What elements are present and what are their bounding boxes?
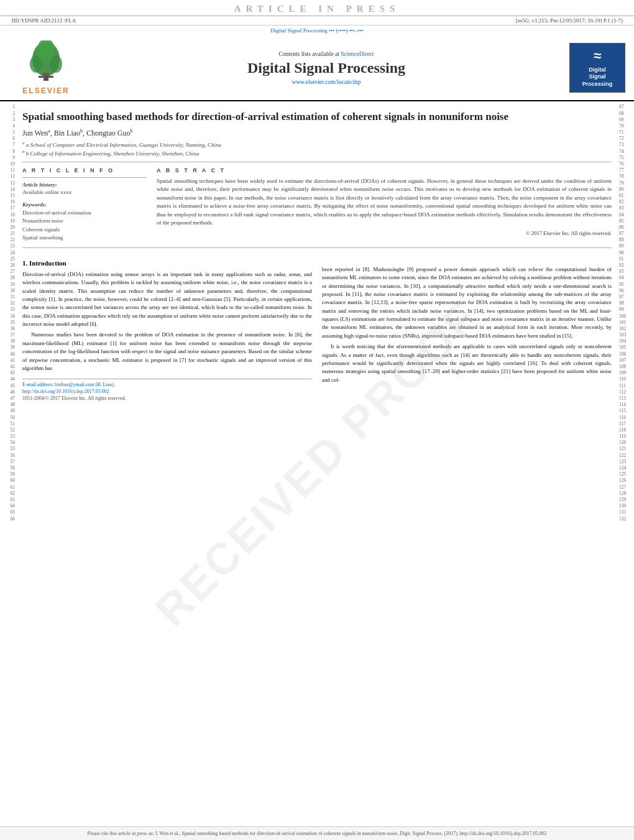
line-num-left-6: 6: [12, 136, 15, 142]
jid-line: JID:YDSPR AID:2112 /FLA [m5G; v1.215; Pm…: [0, 16, 634, 25]
line-num-right-75: 75: [619, 155, 624, 161]
line-num-left-37: 37: [11, 332, 16, 338]
line-num-left-21: 21: [11, 231, 16, 237]
line-num-left-49: 49: [11, 408, 16, 414]
line-num-left-27: 27: [11, 269, 16, 275]
line-num-left-31: 31: [11, 294, 16, 300]
abstract-heading: A B S T R A C T: [157, 167, 612, 173]
sciencedirect-link[interactable]: ScienceDirect: [341, 51, 374, 57]
line-num-right-126: 126: [619, 478, 626, 484]
author-sup-a: a: [48, 128, 50, 134]
header-content: ELSEVIER Contents lists available at Sci…: [0, 35, 634, 100]
line-num-left-15: 15: [11, 193, 16, 199]
line-num-right-132: 132: [619, 515, 626, 522]
intro-para-3: been reported in [8]. Madurasinghe [9] p…: [322, 265, 612, 340]
line-num-left-51: 51: [11, 420, 16, 427]
line-num-left-59: 59: [11, 471, 16, 478]
line-num-left-43: 43: [11, 370, 16, 376]
line-num-right-104: 104: [619, 338, 626, 344]
line-num-right-114: 114: [619, 402, 626, 408]
line-num-right-101: 101: [619, 319, 626, 325]
line-num-right-113: 113: [619, 395, 626, 402]
divider-1: [22, 162, 612, 162]
intro-title: 1. Introduction: [22, 259, 312, 267]
line-num-left-58: 58: [11, 465, 16, 471]
line-num-left-48: 48: [11, 402, 16, 408]
line-num-right-88: 88: [619, 237, 624, 243]
line-num-right-89: 89: [619, 243, 624, 249]
journal-link-bar: Digital Signal Processing ••• (••••) •••…: [0, 25, 634, 35]
line-num-right-77: 77: [619, 167, 624, 173]
line-num-right-91: 91: [619, 256, 624, 262]
line-num-left-63: 63: [11, 497, 16, 503]
dsp-logo-icon: ≈: [594, 47, 601, 65]
author-sup-b2: b: [130, 128, 132, 134]
article-in-press-banner: ARTICLE IN PRESS: [0, 0, 634, 16]
line-num-left-47: 47: [11, 395, 16, 402]
line-num-right-81: 81: [619, 193, 624, 199]
line-num-right-97: 97: [619, 294, 624, 300]
line-num-right-108: 108: [619, 364, 626, 370]
line-num-right-73: 73: [619, 142, 624, 148]
line-num-right-79: 79: [619, 180, 624, 186]
article-history-value: Available online xxxx: [22, 189, 147, 195]
body-col-right: been reported in [8]. Madurasinghe [9] p…: [322, 253, 612, 401]
line-num-right-92: 92: [619, 262, 624, 269]
line-num-right-111: 111: [619, 382, 626, 389]
intro-para-2: Numerous studies have been devoted to th…: [22, 331, 312, 372]
copyright-line: © 2017 Elsevier Inc. All rights reserved…: [157, 230, 612, 236]
abstract-text: Spatial smoothing techniques have been w…: [157, 177, 612, 228]
line-numbers-left: 1234567891011121314151617181920212223242…: [0, 101, 17, 826]
divider-2: [22, 247, 612, 248]
line-num-right-103: 103: [619, 332, 626, 338]
dsp-logo-line2: Signal: [589, 73, 605, 81]
line-num-right-131: 131: [619, 509, 626, 515]
body-section: 1. Introduction Direction-of-arrival (DO…: [22, 253, 612, 401]
line-num-right-127: 127: [619, 484, 626, 490]
line-num-right-67: 67: [619, 104, 624, 110]
keyword-2: Nonuniform noise: [22, 217, 147, 226]
line-num-right-84: 84: [619, 211, 624, 218]
line-num-right-90: 90: [619, 249, 624, 256]
line-num-left-53: 53: [11, 433, 16, 440]
line-num-right-85: 85: [619, 218, 624, 224]
abstract-col: A B S T R A C T Spatial smoothing techni…: [157, 167, 612, 242]
header-section: Digital Signal Processing ••• (••••) •••…: [0, 25, 634, 101]
article-info-heading: A R T I C L E I N F O: [22, 167, 147, 173]
line-num-right-124: 124: [619, 465, 626, 471]
main-content-wrapper: 1234567891011121314151617181920212223242…: [0, 101, 634, 826]
line-num-right-72: 72: [619, 136, 624, 142]
keyword-3: Coherent signals: [22, 226, 147, 234]
line-num-left-38: 38: [11, 338, 16, 344]
line-num-left-14: 14: [11, 186, 16, 192]
journal-title: Digital Signal Processing: [247, 60, 405, 76]
line-num-left-65: 65: [11, 509, 16, 515]
line-num-left-17: 17: [11, 205, 16, 211]
journal-link-text[interactable]: Digital Signal Processing ••• (••••) •••…: [270, 27, 364, 34]
article-info-abstract-section: A R T I C L E I N F O Article history: A…: [22, 167, 612, 242]
line-num-left-64: 64: [11, 503, 16, 509]
keywords-label: Keywords:: [22, 201, 147, 208]
line-num-right-71: 71: [619, 129, 624, 136]
line-num-right-83: 83: [619, 205, 624, 211]
line-num-right-116: 116: [619, 414, 626, 420]
footnote-doi[interactable]: http://dx.doi.org/10.1016/j.dsp.2017.05.…: [22, 389, 312, 394]
footer-text: Please cite this article in press as: J.…: [88, 831, 547, 836]
line-num-left-50: 50: [11, 414, 16, 420]
journal-url[interactable]: www.elsevier.com/locate/dsp: [292, 79, 361, 85]
elsevier-logo: ELSEVIER: [9, 40, 83, 95]
line-num-left-35: 35: [11, 319, 16, 325]
line-num-left-23: 23: [11, 243, 16, 249]
line-num-left-9: 9: [12, 155, 15, 161]
line-num-right-128: 128: [619, 490, 626, 496]
article-title: Spatial smoothing based methods for dire…: [22, 110, 612, 124]
line-num-right-82: 82: [619, 199, 624, 205]
line-num-left-10: 10: [11, 161, 16, 167]
footer-bar: Please cite this article in press as: J.…: [0, 826, 634, 840]
line-num-left-33: 33: [11, 307, 16, 313]
authors-line: Jun Wena, Bin Liaob, Chongtao Guob: [22, 128, 612, 138]
line-numbers-right: 6768697071727374757677787980818283848586…: [617, 101, 634, 826]
line-num-right-130: 130: [619, 503, 626, 509]
line-num-left-44: 44: [11, 376, 16, 382]
line-num-left-8: 8: [12, 148, 15, 154]
